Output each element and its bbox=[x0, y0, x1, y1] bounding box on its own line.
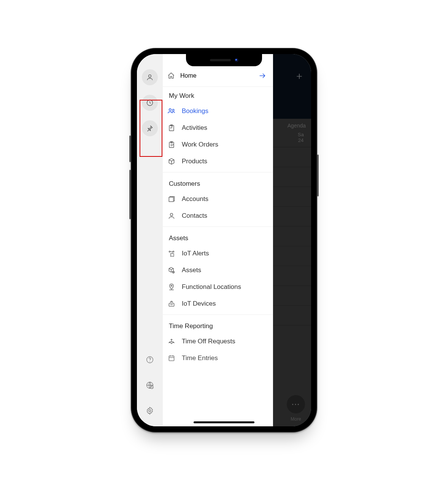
iot-alerts-icon bbox=[167, 249, 176, 258]
nav-item-time-entries[interactable]: Time Entries bbox=[163, 350, 273, 367]
nav-label: Accounts bbox=[182, 195, 208, 203]
nav-item-contacts[interactable]: Contacts bbox=[163, 207, 273, 224]
svg-point-19 bbox=[171, 285, 172, 286]
nav-item-bookings[interactable]: Bookings bbox=[163, 103, 273, 120]
iot-devices-icon bbox=[167, 300, 176, 308]
phone-notch bbox=[186, 54, 262, 66]
nav-label: Products bbox=[182, 158, 207, 165]
gear-icon bbox=[146, 407, 154, 415]
section-time-reporting: Time Reporting bbox=[163, 317, 273, 333]
nav-label: Assets bbox=[182, 266, 201, 274]
section-customers: Customers bbox=[163, 175, 273, 191]
nav-item-home[interactable]: Home bbox=[163, 65, 273, 87]
person-icon bbox=[146, 73, 154, 81]
recent-button[interactable] bbox=[142, 95, 158, 111]
svg-rect-17 bbox=[171, 254, 174, 257]
settings-button[interactable] bbox=[142, 403, 158, 419]
svg-point-0 bbox=[149, 75, 151, 77]
nav-item-time-off-requests[interactable]: Time Off Requests bbox=[163, 333, 273, 350]
nav-label: Activities bbox=[182, 124, 207, 132]
clock-icon bbox=[146, 99, 154, 107]
locations-icon bbox=[167, 283, 176, 291]
background-app: ＋ Agenda Sa 24 ⋯ More bbox=[273, 54, 311, 426]
svg-point-6 bbox=[149, 410, 151, 412]
accounts-icon bbox=[167, 195, 176, 203]
offline-button[interactable] bbox=[142, 377, 158, 393]
section-assets: Assets bbox=[163, 229, 273, 245]
nav-item-iot-alerts[interactable]: IoT Alerts bbox=[163, 245, 273, 262]
nav-label: Time Off Requests bbox=[182, 338, 235, 345]
nav-label: Functional Locations bbox=[182, 283, 241, 291]
nav-label: Work Orders bbox=[182, 141, 218, 148]
nav-item-iot-devices[interactable]: IoT Devices bbox=[163, 295, 273, 312]
contacts-icon bbox=[167, 212, 176, 220]
home-indicator bbox=[194, 421, 254, 423]
nav-label: IoT Devices bbox=[182, 300, 216, 308]
nav-item-functional-locations[interactable]: Functional Locations bbox=[163, 279, 273, 295]
nav-label: Time Entries bbox=[182, 354, 218, 362]
svg-point-7 bbox=[169, 108, 172, 111]
svg-point-3 bbox=[149, 361, 150, 361]
svg-point-8 bbox=[172, 109, 174, 111]
svg-point-14 bbox=[170, 213, 173, 216]
nav-item-accounts[interactable]: Accounts bbox=[163, 191, 273, 207]
products-icon bbox=[167, 157, 176, 166]
section-my-work: My Work bbox=[163, 87, 273, 103]
svg-rect-21 bbox=[169, 356, 174, 361]
nav-item-work-orders[interactable]: Work Orders bbox=[163, 136, 273, 153]
time-entries-icon bbox=[167, 354, 176, 362]
nav-item-assets[interactable]: Assets bbox=[163, 262, 273, 279]
sitemap-panel: Home My Work bbox=[163, 54, 273, 426]
profile-button[interactable] bbox=[142, 69, 158, 85]
bookings-icon bbox=[167, 107, 176, 115]
nav-label-home: Home bbox=[180, 72, 197, 79]
nav-label: Bookings bbox=[182, 107, 208, 115]
sidebar-rail bbox=[137, 54, 163, 426]
phone-frame: Home My Work bbox=[131, 48, 317, 432]
globe-offline-icon bbox=[146, 381, 154, 389]
arrow-right-icon bbox=[258, 72, 267, 80]
pinned-button[interactable] bbox=[142, 120, 158, 136]
nav-label: Contacts bbox=[182, 212, 207, 220]
activities-icon bbox=[167, 124, 176, 132]
help-button[interactable] bbox=[142, 352, 158, 368]
nav-label: IoT Alerts bbox=[182, 250, 209, 257]
assets-icon bbox=[167, 266, 176, 274]
svg-point-16 bbox=[173, 251, 174, 252]
phone-screen: Home My Work bbox=[137, 54, 311, 426]
pin-icon bbox=[146, 124, 154, 132]
time-off-icon bbox=[167, 337, 176, 346]
nav-item-products[interactable]: Products bbox=[163, 153, 273, 170]
help-icon bbox=[146, 356, 154, 364]
home-icon bbox=[167, 72, 175, 80]
work-orders-icon bbox=[167, 140, 176, 149]
nav-item-activities[interactable]: Activities bbox=[163, 120, 273, 136]
svg-point-15 bbox=[169, 251, 170, 252]
svg-rect-13 bbox=[169, 197, 173, 202]
